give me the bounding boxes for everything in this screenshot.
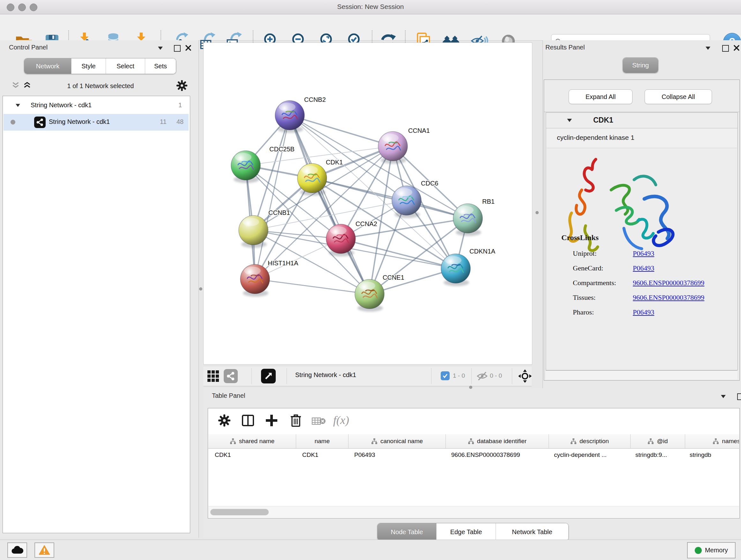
column-header-canonical-name[interactable]: canonical name xyxy=(348,434,446,448)
tree-expand-caret-icon[interactable] xyxy=(16,104,20,107)
delete-table-icon[interactable] xyxy=(312,417,326,426)
network-edge[interactable] xyxy=(312,178,468,219)
collection-name: String Network - cdk1 xyxy=(30,102,91,109)
tab-network-table[interactable]: Network Table xyxy=(496,523,568,541)
network-edge[interactable] xyxy=(255,279,369,294)
float-panel-icon[interactable] xyxy=(737,393,741,400)
table-cell[interactable]: stringdb xyxy=(683,448,739,462)
birdseye-view-icon[interactable] xyxy=(261,369,276,383)
network-node-CDK1[interactable]: CDK1 xyxy=(297,159,343,196)
splitter-handle-left[interactable] xyxy=(199,287,202,291)
show-columns-icon[interactable] xyxy=(242,414,254,427)
splitter-handle-bottom[interactable] xyxy=(469,386,472,389)
cloud-icon xyxy=(11,546,23,554)
splitter-handle-right[interactable] xyxy=(536,211,539,214)
panel-menu-caret-icon[interactable] xyxy=(158,47,163,50)
network-node-CDC6[interactable]: CDC6 xyxy=(392,180,438,218)
memory-button[interactable]: Memory xyxy=(687,542,736,558)
network-node-label: CDKN1A xyxy=(469,248,495,255)
network-edge[interactable] xyxy=(255,115,290,279)
table-cell[interactable]: CDK1 xyxy=(296,448,348,462)
table-hscrollbar-thumb[interactable] xyxy=(210,509,269,515)
network-node-RB1[interactable]: RB1 xyxy=(453,198,495,236)
tab-network[interactable]: Network xyxy=(24,58,71,74)
collapse-all-button[interactable]: Collapse All xyxy=(645,89,712,104)
control-panel-tabs: Network Style Select Sets xyxy=(24,58,176,74)
network-node-CDKN1A[interactable]: CDKN1A xyxy=(441,248,495,286)
network-canvas[interactable]: CCNB2CCNA1CDC25BCDK1CDC6RB1CCNB1CCNA2CDK… xyxy=(203,43,532,365)
close-panel-icon[interactable] xyxy=(185,45,192,51)
table-cell[interactable]: CDK1 xyxy=(208,448,296,462)
tab-style[interactable]: Style xyxy=(71,58,106,74)
window-title: Session: New Session xyxy=(0,3,741,10)
tab-string[interactable]: String xyxy=(623,58,658,73)
tab-select[interactable]: Select xyxy=(106,58,145,74)
column-header-namespace[interactable]: namespace xyxy=(685,434,739,448)
network-node-CCNB1[interactable]: CCNB1 xyxy=(239,209,290,248)
float-panel-icon[interactable] xyxy=(722,45,729,52)
column-header-database-identifier[interactable]: database identifier xyxy=(446,434,549,448)
crosslink-link[interactable]: 9606.ENSP00000378699 xyxy=(633,294,704,302)
crosslink-link[interactable]: 9606.ENSP00000378699 xyxy=(633,279,704,287)
pan-crosshair-icon[interactable] xyxy=(518,369,532,383)
application-window: Session: New Session xyxy=(0,0,741,560)
hidden-eye-icon[interactable] xyxy=(476,371,488,381)
network-row-selected[interactable]: String Network - cdk1 11 48 xyxy=(3,114,189,131)
table-cell[interactable]: 9606.ENSP00000378699 xyxy=(445,448,548,462)
network-edge[interactable] xyxy=(341,239,456,268)
collapse-all-tree-icon[interactable] xyxy=(12,82,19,88)
crosslink-link[interactable]: P06493 xyxy=(633,264,654,272)
network-node-label: CDC6 xyxy=(421,180,438,187)
results-scrollbar[interactable] xyxy=(546,370,737,380)
network-node-label: CCNB2 xyxy=(304,96,326,103)
protein-card-header[interactable]: CDK1 xyxy=(546,113,738,128)
crosslink-link[interactable]: P06493 xyxy=(633,308,654,316)
title-bar: Session: New Session xyxy=(0,0,741,14)
column-header--id[interactable]: @id xyxy=(630,434,685,448)
tab-edge-table[interactable]: Edge Table xyxy=(436,523,496,541)
table-row[interactable]: CDK1CDK1P064939606.ENSP00000378699cyclin… xyxy=(208,448,739,462)
column-header-description[interactable]: description xyxy=(549,434,630,448)
expand-all-button[interactable]: Expand All xyxy=(569,89,632,104)
table-options-gear-icon[interactable] xyxy=(218,414,231,427)
network-edge[interactable] xyxy=(290,115,393,146)
protein-description: cyclin-dependent kinase 1 xyxy=(557,134,634,141)
network-node-CCNA2[interactable]: CCNA2 xyxy=(326,220,377,256)
network-edge-count: 48 xyxy=(177,118,184,125)
network-options-gear-icon[interactable] xyxy=(176,80,188,91)
close-panel-icon[interactable] xyxy=(733,45,740,51)
network-collection-row[interactable]: String Network - cdk1 1 xyxy=(3,99,189,113)
expand-all-tree-icon[interactable] xyxy=(23,82,30,88)
column-header-name[interactable]: name xyxy=(296,434,348,448)
float-panel-icon[interactable] xyxy=(174,45,181,52)
cloud-status-button[interactable] xyxy=(7,543,27,558)
function-builder-icon[interactable]: f(x) xyxy=(333,414,349,427)
panel-menu-caret-icon[interactable] xyxy=(705,47,711,50)
collapse-card-caret-icon[interactable] xyxy=(567,119,572,122)
control-panel: Control Panel Network Style Select Sets … xyxy=(0,40,199,538)
panel-menu-caret-icon[interactable] xyxy=(721,395,726,398)
column-header-shared-name[interactable]: shared name xyxy=(208,434,296,448)
grid-view-icon[interactable] xyxy=(207,370,219,382)
table-hscrollbar xyxy=(208,506,739,518)
add-column-icon[interactable] xyxy=(265,414,278,427)
warning-status-button[interactable] xyxy=(35,543,54,558)
expand-collapse-bar: Expand All Collapse All xyxy=(544,80,739,112)
network-node-CDC25B[interactable]: CDC25B xyxy=(231,145,294,183)
crosslink-link[interactable]: P06493 xyxy=(633,249,654,258)
table-panel-title: Table Panel xyxy=(212,392,246,399)
network-share-view-icon[interactable] xyxy=(224,369,238,383)
column-tree-icon xyxy=(468,438,474,444)
selected-checkbox-icon[interactable] xyxy=(441,371,450,380)
main-toolbar: ? xyxy=(0,14,741,41)
tab-sets[interactable]: Sets xyxy=(145,58,176,74)
table-cell[interactable]: cyclin-dependent ... xyxy=(548,448,629,462)
delete-column-icon[interactable] xyxy=(289,414,302,428)
network-node-CCNA1[interactable]: CCNA1 xyxy=(378,127,430,164)
table-cell[interactable]: P06493 xyxy=(348,448,445,462)
network-node-HIST1H1A[interactable]: HIST1H1A xyxy=(240,260,298,297)
tab-node-table[interactable]: Node Table xyxy=(378,523,436,541)
network-edge[interactable] xyxy=(290,115,369,294)
table-cell[interactable]: stringdb:9... xyxy=(629,448,683,462)
network-node-CCNB2[interactable]: CCNB2 xyxy=(275,96,326,133)
